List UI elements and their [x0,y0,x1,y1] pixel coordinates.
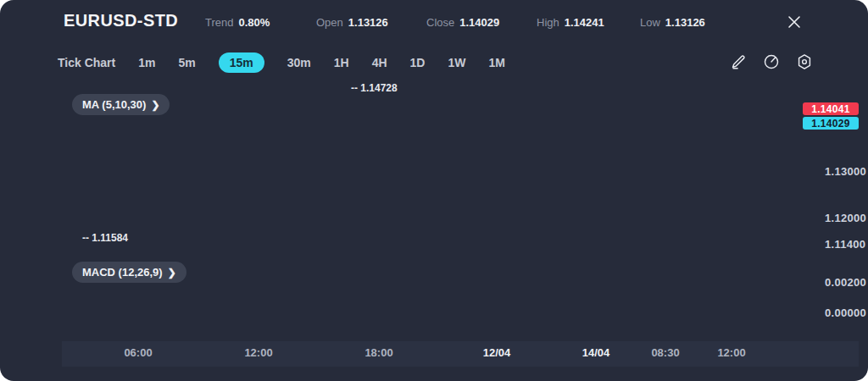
time-axis-label: 08:30 [651,346,679,359]
stat-open: Open1.13126 [316,16,388,29]
timeframe-1d[interactable]: 1D [410,56,426,69]
stat-close-label: Close [426,16,454,29]
time-axis-label: 06:00 [124,346,152,359]
timeframe-tick-chart[interactable]: Tick Chart [58,56,115,69]
gauge-icon[interactable] [762,52,781,71]
settings-icon[interactable] [795,52,814,71]
macd-indicator-label: MACD (12,26,9) [82,266,163,279]
low-price-annotation: -- 1.11584 [82,232,128,244]
chart-tools [729,52,814,71]
macd-indicator-badge[interactable]: MACD (12,26,9) ❯ [72,262,186,283]
chevron-right-icon: ❯ [168,267,176,279]
time-axis-date-label: 12/04 [483,346,511,359]
stat-open-label: Open [316,16,343,29]
timeframe-1h[interactable]: 1H [334,56,349,69]
stat-open-value: 1.13126 [348,16,388,29]
price-axis-label: 1.12000 [825,212,866,224]
high-price-annotation: -- 1.14728 [351,82,398,94]
stat-close-value: 1.14029 [459,16,499,29]
stat-trend-value: 0.80% [238,16,270,29]
stat-high: High1.14241 [537,16,604,29]
timeframe-toolbar: Tick Chart 1m 5m 15m 30m 1H 4H 1D 1W 1M [58,52,505,74]
macd-axis-label: 0.00200 [825,276,866,289]
symbol-title: EURUSD-STD [64,11,178,30]
price-axis-label: 1.11400 [825,238,865,251]
stat-low-label: Low [640,16,660,29]
timeframe-4h[interactable]: 4H [372,56,387,69]
stat-high-label: High [537,16,559,29]
ma-indicator-badge[interactable]: MA (5,10,30) ❯ [72,94,170,115]
time-axis-label: 12:00 [717,346,745,359]
timeframe-1w[interactable]: 1W [448,56,465,69]
chevron-right-icon: ❯ [151,99,159,111]
stat-trend-label: Trend [205,16,233,29]
timeframe-1m-month[interactable]: 1M [488,56,504,69]
page-background: EURUSD-STD Trend0.80% Open1.13126 Close1… [0,0,868,381]
timeframe-5m[interactable]: 5m [178,56,195,69]
stat-close: Close1.14029 [426,16,499,29]
trading-chart-panel: EURUSD-STD Trend0.80% Open1.13126 Close1… [0,0,868,381]
timeframe-15m-selected[interactable]: 15m [219,52,264,73]
timeframe-30m[interactable]: 30m [287,56,311,69]
time-axis-date-label: 14/04 [582,346,610,359]
stat-low-value: 1.13126 [665,16,705,29]
time-axis-label: 18:00 [364,346,392,359]
draw-icon[interactable] [729,52,748,71]
close-icon[interactable] [785,13,804,31]
ask-price-badge: 1.14041 [803,102,859,115]
price-axis-label: 1.13000 [825,165,866,178]
time-axis-label: 12:00 [244,346,272,359]
ma-indicator-label: MA (5,10,30) [82,98,146,111]
stat-trend: Trend0.80% [205,16,270,29]
close-price-badge: 1.14029 [803,117,859,130]
macd-axis-label: 0.00000 [825,306,866,319]
stat-high-value: 1.14241 [565,16,604,29]
stat-low: Low1.13126 [640,16,705,29]
timeframe-1m[interactable]: 1m [138,56,155,69]
